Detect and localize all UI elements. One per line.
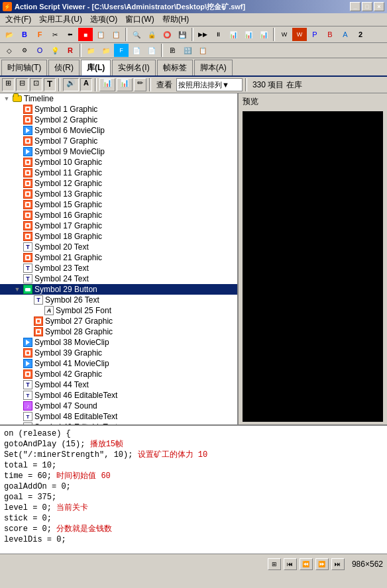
view-btn-7[interactable]: 📊 bbox=[117, 78, 133, 91]
tb-btn-8[interactable]: 📋 bbox=[109, 28, 123, 41]
tb-btn-34[interactable]: 🖹 bbox=[165, 44, 180, 57]
expand-icon-6[interactable] bbox=[12, 157, 23, 168]
tb-btn-25[interactable]: ⚙ bbox=[17, 44, 32, 57]
expand-icon-28[interactable] bbox=[12, 390, 23, 401]
tree-panel[interactable]: ▼ Timeline Symbol 1 GraphicSymbol 2 Grap… bbox=[0, 93, 239, 424]
tb-btn-30[interactable]: 📁 bbox=[99, 44, 113, 57]
tree-item-8[interactable]: Symbol 12 Graphic bbox=[0, 178, 237, 189]
expand-icon-20[interactable] bbox=[33, 305, 44, 316]
tree-item-13[interactable]: Symbol 18 Graphic bbox=[0, 231, 237, 242]
tab-script[interactable]: 脚本(A) bbox=[194, 60, 233, 75]
tb-btn-35[interactable]: 🔡 bbox=[180, 44, 195, 57]
tree-item-10[interactable]: Symbol 15 Graphic bbox=[0, 199, 237, 210]
tree-item-14[interactable]: TSymbol 20 Text bbox=[0, 242, 237, 252]
tree-item-25[interactable]: Symbol 41 MovieClip bbox=[0, 358, 237, 369]
view-btn-3[interactable]: ⊡ bbox=[30, 78, 42, 91]
expand-icon-14[interactable] bbox=[12, 242, 23, 252]
tab-frame-label[interactable]: 帧标签 bbox=[157, 60, 193, 75]
view-btn-2[interactable]: ⊟ bbox=[16, 78, 28, 91]
expand-icon-16[interactable] bbox=[12, 263, 23, 273]
menu-file[interactable]: 文件(F) bbox=[1, 13, 35, 26]
tree-item-18[interactable]: ▼Symbol 29 Button bbox=[0, 284, 237, 295]
expand-icon-1[interactable] bbox=[12, 104, 23, 115]
tree-item-9[interactable]: Symbol 13 Graphic bbox=[0, 189, 237, 199]
tree-item-27[interactable]: TSymbol 44 Text bbox=[0, 379, 237, 390]
tb-btn-7[interactable]: 📋 bbox=[93, 28, 108, 41]
tree-item-19[interactable]: TSymbol 26 Text bbox=[0, 295, 237, 305]
tree-item-3[interactable]: Symbol 6 MovieClip bbox=[0, 125, 237, 136]
tb-btn-17[interactable]: 📊 bbox=[256, 28, 271, 41]
view-btn-4[interactable]: 🔊 bbox=[63, 78, 79, 91]
tree-root[interactable]: ▼ Timeline bbox=[0, 93, 237, 104]
tb-btn-12[interactable]: 💾 bbox=[175, 28, 190, 41]
view-btn-5[interactable]: A bbox=[80, 78, 92, 91]
expand-icon-12[interactable] bbox=[12, 220, 23, 231]
tree-item-23[interactable]: Symbol 38 MovieClip bbox=[0, 337, 237, 348]
tb-btn-11[interactable]: ⭕ bbox=[160, 28, 174, 41]
view-link[interactable]: 查看 bbox=[154, 79, 175, 91]
tree-item-21[interactable]: Symbol 27 Graphic bbox=[0, 316, 237, 326]
expand-icon-5[interactable] bbox=[12, 146, 23, 157]
tree-item-5[interactable]: Symbol 9 MovieClip bbox=[0, 146, 237, 157]
tb-btn-2[interactable]: B bbox=[17, 28, 32, 41]
tree-item-28[interactable]: TSymbol 46 EditableText bbox=[0, 390, 237, 401]
expand-icon-18[interactable]: ▼ bbox=[12, 284, 23, 295]
expand-icon-31[interactable] bbox=[12, 422, 23, 424]
expand-icon-13[interactable] bbox=[12, 231, 23, 242]
expand-icon-9[interactable] bbox=[12, 189, 23, 199]
playback-btn-1[interactable]: ⊞ bbox=[268, 558, 281, 570]
tree-item-30[interactable]: TSymbol 48 EditableText bbox=[0, 411, 237, 422]
tb-btn-28[interactable]: R bbox=[63, 44, 78, 57]
tree-item-31[interactable]: TSymbol 49 EditableText bbox=[0, 422, 237, 424]
tb-btn-22[interactable]: A bbox=[338, 28, 353, 41]
title-controls[interactable]: _ □ × bbox=[350, 2, 384, 11]
expand-icon-23[interactable] bbox=[12, 337, 23, 348]
tree-item-29[interactable]: ♪Symbol 47 Sound bbox=[0, 401, 237, 411]
maximize-button[interactable]: □ bbox=[362, 2, 372, 11]
tb-btn-13[interactable]: ▶▶ bbox=[195, 28, 210, 41]
tb-btn-20[interactable]: P bbox=[307, 28, 322, 41]
tb-btn-14[interactable]: ⏸ bbox=[211, 28, 225, 41]
tree-item-22[interactable]: Symbol 28 Graphic bbox=[0, 326, 237, 337]
tb-btn-18[interactable]: W bbox=[277, 28, 292, 41]
minimize-button[interactable]: _ bbox=[350, 2, 360, 11]
tree-item-2[interactable]: Symbol 2 Graphic bbox=[0, 115, 237, 125]
expand-icon-7[interactable] bbox=[12, 168, 23, 178]
expand-icon-22[interactable] bbox=[23, 326, 33, 337]
expand-icon-2[interactable] bbox=[12, 115, 23, 125]
tab-timeline[interactable]: 时间轴(T) bbox=[1, 60, 47, 75]
tb-btn-36[interactable]: 📋 bbox=[195, 44, 210, 57]
tb-btn-4[interactable]: ✂ bbox=[48, 28, 62, 41]
tb-btn-26[interactable]: O bbox=[32, 44, 47, 57]
view-btn-t[interactable]: T bbox=[44, 78, 56, 91]
menu-options[interactable]: 选项(O) bbox=[86, 13, 121, 26]
expand-icon-25[interactable] bbox=[12, 358, 23, 369]
tb-btn-32[interactable]: 📄 bbox=[129, 44, 144, 57]
menu-help[interactable]: 帮助(H) bbox=[158, 13, 194, 26]
expand-icon-8[interactable] bbox=[12, 178, 23, 189]
tb-btn-3[interactable]: F bbox=[32, 28, 47, 41]
expand-icon-10[interactable] bbox=[12, 199, 23, 210]
tree-item-12[interactable]: Symbol 17 Graphic bbox=[0, 220, 237, 231]
tree-item-15[interactable]: Symbol 21 Graphic bbox=[0, 252, 237, 263]
tb-btn-5[interactable]: ⬅ bbox=[63, 28, 78, 41]
tree-item-1[interactable]: Symbol 1 Graphic bbox=[0, 104, 237, 115]
tb-btn-10[interactable]: 🔒 bbox=[144, 28, 159, 41]
tb-btn-27[interactable]: 💡 bbox=[48, 44, 62, 57]
expand-icon-21[interactable] bbox=[23, 316, 33, 326]
tb-btn-24[interactable]: ◇ bbox=[2, 44, 17, 57]
tb-btn-15[interactable]: 📊 bbox=[226, 28, 241, 41]
view-btn-8[interactable]: ✏ bbox=[134, 78, 146, 91]
tb-btn-21[interactable]: B bbox=[323, 28, 337, 41]
tree-item-16[interactable]: TSymbol 23 Text bbox=[0, 263, 237, 273]
tree-item-26[interactable]: Symbol 42 Graphic bbox=[0, 369, 237, 379]
tab-instance[interactable]: 实例名(I) bbox=[112, 60, 155, 75]
expand-icon-17[interactable] bbox=[12, 273, 23, 284]
sort-dropdown[interactable]: 按照用法排列 ▼ bbox=[176, 78, 243, 91]
tb-btn-19[interactable]: W bbox=[292, 28, 307, 41]
tb-btn-9[interactable]: 🔍 bbox=[129, 28, 144, 41]
playback-btn-5[interactable]: ⏭ bbox=[331, 558, 345, 570]
tree-item-24[interactable]: Symbol 39 Graphic bbox=[0, 348, 237, 358]
expand-icon-29[interactable] bbox=[12, 401, 23, 411]
playback-btn-3[interactable]: ⏪ bbox=[300, 558, 313, 570]
